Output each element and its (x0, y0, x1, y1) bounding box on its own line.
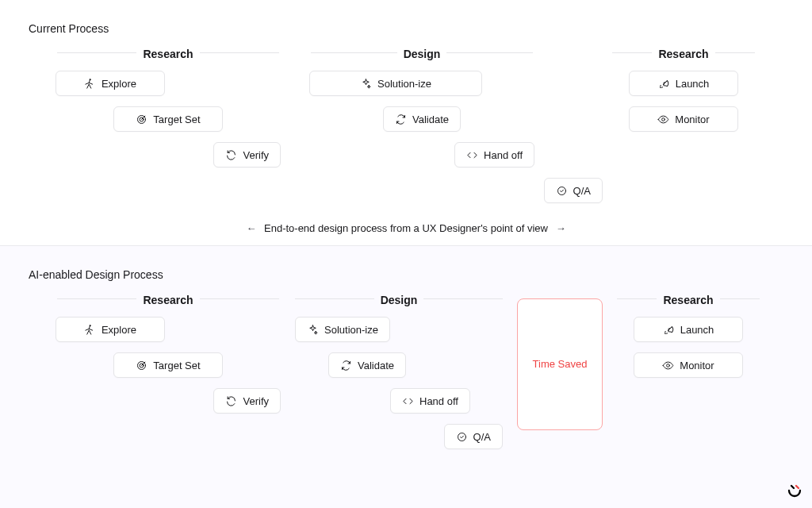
panel-title-ai: AI-enabled Design Process (29, 268, 783, 281)
step-validate: Validate (383, 106, 461, 132)
column-research-left: Research Explore Target Set Verify (56, 298, 281, 414)
steps-list: Explore Target Set Verify (56, 71, 281, 167)
column-design: Design Solution-ize Validate Hand off Q/… (295, 298, 503, 449)
steps-list: Launch Monitor (617, 317, 760, 378)
step-target-set: Target Set (113, 106, 223, 132)
step-monitor: Monitor (634, 352, 743, 378)
arrow-left-icon: ← (246, 222, 256, 234)
step-label: Hand off (484, 149, 523, 161)
refresh-icon (225, 395, 237, 407)
step-label: Hand off (419, 395, 458, 407)
telescope-icon (84, 324, 96, 336)
step-qa: Q/A (444, 424, 503, 449)
steps-list: Launch Monitor (612, 71, 755, 132)
column-research-right: Research Launch Monitor (617, 298, 760, 378)
brand-mark-icon (785, 481, 804, 500)
column-heading: Research (136, 294, 199, 306)
eye-icon (662, 360, 674, 371)
step-verify: Verify (213, 142, 281, 167)
svg-point-9 (667, 364, 670, 367)
steps-list: Solution-ize Validate Hand off Q/A (309, 71, 534, 203)
step-explore: Explore (56, 317, 165, 342)
column-research-left: Research Explore Target Set Verify (56, 52, 281, 167)
code-icon (402, 395, 414, 407)
step-launch: Launch (634, 317, 743, 342)
step-monitor: Monitor (629, 106, 738, 132)
step-label: Solution-ize (377, 78, 431, 90)
step-verify: Verify (213, 388, 281, 414)
current-process-panel: Current Process Research Explore Target … (0, 0, 812, 246)
step-label: Launch (680, 324, 714, 336)
step-label: Q/A (573, 185, 591, 197)
step-label: Validate (412, 114, 449, 125)
column-design: Design Solution-ize Validate Hand off Q/… (309, 52, 534, 203)
refresh-icon (225, 149, 237, 161)
check-circle-icon (556, 185, 568, 197)
step-label: Explore (102, 324, 136, 336)
step-label: Explore (102, 78, 136, 90)
telescope-icon (84, 78, 96, 90)
step-label: Validate (358, 360, 394, 371)
svg-point-4 (662, 117, 665, 121)
step-target-set: Target Set (113, 352, 223, 378)
column-heading: Research (136, 48, 199, 60)
step-label: Monitor (680, 360, 714, 371)
sync-icon (340, 360, 352, 371)
step-label: Solution-ize (324, 324, 378, 336)
step-label: Launch (676, 78, 710, 90)
ai-process-panel: AI-enabled Design Process Research Explo… (0, 246, 812, 508)
columns-row-top: Research Explore Target Set Verify Desig (56, 52, 783, 203)
step-validate: Validate (328, 352, 406, 378)
eye-icon (657, 114, 669, 125)
step-label: Target Set (153, 114, 200, 125)
column-heading: Design (397, 48, 447, 60)
step-solutionize: Solution-ize (309, 71, 482, 96)
column-research-right: Research Launch Monitor (612, 52, 755, 132)
check-circle-icon (456, 431, 468, 443)
rocket-icon (658, 78, 670, 90)
rocket-icon (663, 324, 675, 336)
column-heading: Design (374, 294, 424, 306)
columns-row-bottom: Research Explore Target Set Verify Desig (56, 298, 783, 449)
step-launch: Launch (629, 71, 738, 96)
step-label: Verify (243, 395, 269, 407)
diagram-caption: ← End-to-end design process from a UX De… (0, 222, 812, 234)
code-icon (466, 149, 478, 161)
target-icon (136, 360, 147, 371)
step-qa: Q/A (544, 178, 603, 203)
step-explore: Explore (56, 71, 165, 96)
sparkle-icon (307, 324, 319, 336)
step-label: Monitor (675, 114, 709, 125)
step-handoff: Hand off (390, 388, 470, 414)
sparkle-icon (360, 78, 372, 90)
caption-text: End-to-end design process from a UX Desi… (264, 222, 548, 234)
step-label: Target Set (153, 360, 200, 371)
steps-list: Explore Target Set Verify (56, 317, 281, 414)
time-saved-label: Time Saved (533, 357, 588, 372)
column-heading: Research (652, 48, 714, 60)
steps-list: Solution-ize Validate Hand off Q/A (295, 317, 503, 449)
step-solutionize: Solution-ize (295, 317, 390, 342)
arrow-right-icon: → (556, 222, 566, 234)
column-heading: Research (657, 294, 719, 306)
step-label: Q/A (473, 431, 491, 443)
sync-icon (395, 114, 407, 125)
step-label: Verify (243, 149, 269, 161)
panel-title-current: Current Process (29, 22, 783, 35)
step-handoff: Hand off (454, 142, 534, 167)
target-icon (136, 114, 147, 125)
time-saved-callout: Time Saved (517, 298, 603, 430)
